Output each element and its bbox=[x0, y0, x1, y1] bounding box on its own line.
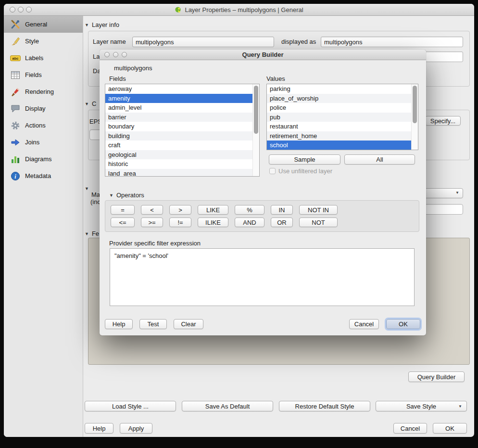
operator-gte-button[interactable]: >= bbox=[141, 218, 163, 227]
sidebar-item-diagrams[interactable]: Diagrams bbox=[4, 151, 83, 167]
operator-in-button[interactable]: IN bbox=[271, 205, 293, 215]
value-item[interactable]: restaurant bbox=[267, 122, 418, 131]
help-button[interactable]: Help bbox=[85, 423, 113, 434]
sidebar-item-labels[interactable]: abc Labels bbox=[4, 50, 83, 66]
sidebar-item-rendering[interactable]: Rendering bbox=[4, 83, 83, 100]
use-unfiltered-checkbox[interactable] bbox=[269, 168, 276, 174]
sidebar-item-joins[interactable]: Joins bbox=[4, 134, 83, 151]
operator-not-in-button[interactable]: NOT IN bbox=[299, 205, 338, 215]
use-unfiltered-row: Use unfiltered layer bbox=[269, 167, 332, 175]
operator-ilike-button[interactable]: ILIKE bbox=[198, 218, 228, 227]
window-title: Layer Properties – multipolygons | Gener… bbox=[4, 4, 474, 16]
sidebar-item-metadata[interactable]: i Metadata bbox=[4, 167, 83, 184]
field-item[interactable]: historic bbox=[105, 159, 259, 169]
collapse-triangle-icon[interactable]: ▼ bbox=[85, 185, 89, 192]
all-button[interactable]: All bbox=[344, 154, 415, 165]
layer-name-label: Layer name bbox=[93, 38, 126, 45]
load-style-button[interactable]: Load Style ... bbox=[85, 401, 176, 411]
operator-like-button[interactable]: LIKE bbox=[198, 205, 228, 215]
operator-gt-button[interactable]: > bbox=[169, 205, 191, 215]
displayed-as-input[interactable] bbox=[321, 37, 463, 47]
values-scrollbar-thumb[interactable] bbox=[413, 86, 417, 123]
field-item[interactable]: building bbox=[105, 131, 259, 141]
value-item-selected[interactable]: school bbox=[267, 141, 418, 150]
dialog-help-button[interactable]: Help bbox=[105, 319, 133, 329]
dialog-clear-button[interactable]: Clear bbox=[174, 319, 203, 329]
value-item[interactable]: place_of_worship bbox=[267, 94, 418, 103]
value-item[interactable]: police bbox=[267, 103, 418, 113]
fields-scrollbar[interactable] bbox=[252, 84, 259, 176]
abc-label-icon: abc bbox=[10, 53, 21, 64]
displayed-as-label: displayed as bbox=[281, 38, 316, 45]
operators-row-1: = < > LIKE % IN NOT IN bbox=[111, 205, 414, 215]
collapse-triangle-icon[interactable]: ▼ bbox=[85, 101, 89, 107]
field-item-selected[interactable]: amenity bbox=[105, 94, 259, 103]
info-icon: i bbox=[10, 171, 21, 181]
sidebar-item-label: Rendering bbox=[25, 88, 54, 95]
save-as-default-button[interactable]: Save As Default bbox=[182, 401, 273, 411]
field-item[interactable]: geological bbox=[105, 150, 259, 160]
layer-name-input[interactable] bbox=[132, 37, 274, 47]
crs-header[interactable]: ▼ C bbox=[85, 100, 96, 107]
dialog-test-button[interactable]: Test bbox=[139, 319, 167, 329]
dialog-titlebar: Query Builder bbox=[100, 50, 426, 60]
svg-text:abc: abc bbox=[13, 56, 19, 61]
window-titlebar: Layer Properties – multipolygons | Gener… bbox=[4, 4, 474, 16]
sidebar-item-label: General bbox=[25, 21, 47, 28]
ok-button[interactable]: OK bbox=[433, 423, 467, 434]
qgis-icon bbox=[175, 6, 182, 13]
feature-subset-header[interactable]: ▼ Fe bbox=[85, 230, 99, 237]
apply-button[interactable]: Apply bbox=[120, 423, 152, 434]
sidebar-item-fields[interactable]: Fields bbox=[4, 66, 83, 83]
filter-expression-textarea[interactable]: "amenity" = 'school' bbox=[110, 248, 415, 306]
sidebar-item-label: Metadata bbox=[25, 172, 51, 179]
field-item[interactable]: aeroway bbox=[105, 84, 259, 94]
query-builder-button[interactable]: Query Builder bbox=[408, 371, 465, 382]
operator-equals-button[interactable]: = bbox=[111, 205, 135, 215]
operators-groupbox: = < > LIKE % IN NOT IN <= >= != ILIKE AN… bbox=[105, 200, 419, 232]
specify-button[interactable]: Specify... bbox=[425, 116, 461, 126]
values-label: Values bbox=[266, 75, 285, 82]
field-item[interactable]: barrier bbox=[105, 113, 259, 122]
fields-list: aeroway amenity admin_level barrier boun… bbox=[105, 84, 260, 177]
operator-lt-button[interactable]: < bbox=[141, 205, 163, 215]
sample-button[interactable]: Sample bbox=[269, 154, 340, 165]
save-style-button[interactable]: Save Style ▼ bbox=[376, 401, 467, 411]
sidebar-item-style[interactable]: Style bbox=[4, 33, 83, 50]
values-scrollbar[interactable] bbox=[411, 84, 418, 150]
value-item[interactable]: retirement_home bbox=[267, 131, 418, 141]
gear-icon bbox=[10, 120, 21, 131]
visibility-header[interactable]: ▼ bbox=[85, 185, 89, 192]
sidebar-item-general[interactable]: General bbox=[4, 16, 83, 33]
collapse-triangle-icon[interactable]: ▼ bbox=[85, 22, 89, 28]
sidebar-item-display[interactable]: Display bbox=[4, 100, 83, 117]
fields-scrollbar-thumb[interactable] bbox=[254, 86, 258, 134]
save-style-label: Save Style bbox=[406, 403, 436, 410]
operator-not-button[interactable]: NOT bbox=[299, 218, 338, 227]
crs-title: C bbox=[92, 100, 96, 107]
layer-info-header[interactable]: ▼ Layer info bbox=[85, 21, 119, 28]
cancel-button[interactable]: Cancel bbox=[393, 423, 427, 434]
collapse-triangle-icon[interactable]: ▼ bbox=[109, 192, 113, 199]
dialog-ok-button[interactable]: OK bbox=[386, 319, 420, 329]
sidebar-item-actions[interactable]: Actions bbox=[4, 117, 83, 134]
field-item[interactable]: land_area bbox=[105, 169, 259, 177]
operators-header[interactable]: ▼ Operators bbox=[109, 192, 144, 199]
operator-percent-button[interactable]: % bbox=[235, 205, 264, 215]
sidebar-item-label: Diagrams bbox=[25, 155, 52, 163]
operator-and-button[interactable]: AND bbox=[235, 218, 264, 227]
restore-default-style-button[interactable]: Restore Default Style bbox=[279, 401, 370, 411]
field-item[interactable]: admin_level bbox=[105, 103, 259, 113]
layer-info-title: Layer info bbox=[92, 21, 119, 28]
collapse-triangle-icon[interactable]: ▼ bbox=[85, 230, 89, 237]
operator-or-button[interactable]: OR bbox=[271, 218, 293, 227]
operator-lte-button[interactable]: <= bbox=[111, 218, 135, 227]
value-item[interactable]: pub bbox=[267, 113, 418, 122]
operator-neq-button[interactable]: != bbox=[169, 218, 191, 227]
dialog-cancel-button[interactable]: Cancel bbox=[349, 319, 379, 329]
paintbrush-icon bbox=[10, 36, 21, 47]
sidebar: General Style abc Labels Fields Renderin… bbox=[4, 16, 83, 437]
field-item[interactable]: craft bbox=[105, 141, 259, 150]
field-item[interactable]: boundary bbox=[105, 122, 259, 131]
value-item[interactable]: parking bbox=[267, 84, 418, 94]
